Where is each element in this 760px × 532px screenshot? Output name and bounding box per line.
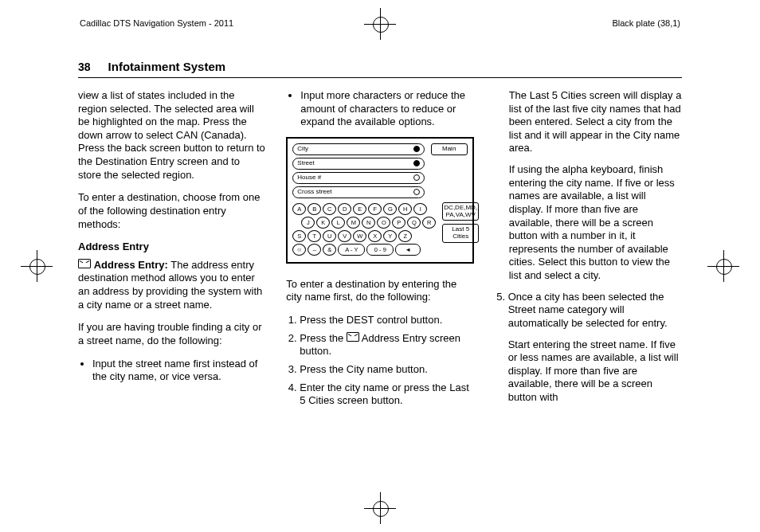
keyboard: A B C D E F G H I <box>292 203 436 257</box>
list-item: Once a city has been selected the Street… <box>508 291 682 405</box>
key: I <box>413 203 427 215</box>
key: Z <box>398 230 412 242</box>
keypad-figure: City Street House # Cross street Main A <box>286 137 473 264</box>
key: P <box>392 217 405 229</box>
list-item: Input more characters or reduce the amou… <box>300 89 473 129</box>
list-item: Input the street name first instead of t… <box>92 358 265 384</box>
subheading-address-entry: Address Entry <box>78 241 265 254</box>
key: F <box>368 203 382 215</box>
list-item: Press the DEST control button. <box>300 314 473 327</box>
key: L <box>331 217 345 229</box>
key: V <box>338 230 351 242</box>
key: C <box>323 203 336 215</box>
bullet-list: Input the street name first instead of t… <box>78 358 265 384</box>
button-region: DC,DE,MD, PA,VA,WV <box>442 202 479 221</box>
text: Once a city has been selected the Street… <box>508 291 668 329</box>
key: H <box>398 203 412 215</box>
input-fields: City Street House # Cross street <box>292 143 424 201</box>
key-smile-icon: ☺ <box>292 244 306 256</box>
paragraph: Address Entry: The address entry destina… <box>78 259 265 312</box>
column-3: The Last 5 Cities screen will display a … <box>495 89 682 416</box>
paragraph: view a list of states included in the re… <box>78 89 265 182</box>
key: K <box>316 217 330 229</box>
side-buttons-lower: DC,DE,MD, PA,VA,WV Last 5 Cities <box>442 201 479 257</box>
key-amp: & <box>323 244 336 256</box>
paragraph: If you are having trouble finding a city… <box>78 321 265 347</box>
paragraph: If using the alpha keyboard, finish ente… <box>509 163 682 283</box>
field-cross-street: Cross street <box>292 186 424 198</box>
key: D <box>338 203 351 215</box>
key: B <box>308 203 321 215</box>
paragraph: To enter a destination by entering the c… <box>286 278 473 304</box>
key: S <box>292 230 306 242</box>
button-main: Main <box>431 143 468 155</box>
key: Q <box>407 217 421 229</box>
kb-row-1: A B C D E F G H I <box>292 203 436 215</box>
column-2: Input more characters or reduce the amou… <box>286 89 473 416</box>
ordered-list: Once a city has been selected the Street… <box>495 291 682 405</box>
field-label: Cross street <box>297 188 331 196</box>
list-item: Enter the city name or press the Last 5 … <box>300 381 473 408</box>
crop-mark-left <box>21 250 53 282</box>
list-item: Press the City name button. <box>300 363 473 377</box>
label-address-entry: Address Entry: <box>94 259 168 271</box>
running-header-left: Cadillac DTS Navigation System - 2011 <box>80 18 233 29</box>
kb-row-2: J K L M N O P Q R <box>292 217 436 229</box>
key-a-y: A - Y <box>338 244 365 256</box>
key: A <box>292 203 306 215</box>
key: W <box>353 230 366 242</box>
key: G <box>383 203 397 215</box>
column-1: view a list of states included in the re… <box>78 89 265 416</box>
button-last5: Last 5 Cities <box>442 224 479 243</box>
key-0-9: 0 - 9 <box>366 244 394 256</box>
text: Press the <box>300 332 347 344</box>
columns: view a list of states included in the re… <box>78 89 682 416</box>
list-item: Press the Address Entry screen button. <box>300 332 473 358</box>
field-label: Street <box>297 159 314 167</box>
field-city: City <box>292 143 424 155</box>
page-header: 38 Infotainment System <box>78 59 682 78</box>
radio-filled-icon <box>413 146 420 152</box>
mail-icon <box>347 332 359 342</box>
radio-empty-icon <box>413 174 420 181</box>
paragraph: The Last 5 Cities screen will display a … <box>509 89 682 155</box>
field-label: City <box>297 145 308 153</box>
key: R <box>422 217 436 229</box>
kb-row-4: ☺ – & A - Y 0 - 9 ◄ <box>292 244 436 256</box>
key: J <box>301 217 315 229</box>
running-header-right: Black plate (38,1) <box>612 18 680 29</box>
page: Cadillac DTS Navigation System - 2011 Bl… <box>0 0 760 532</box>
key: O <box>377 217 390 229</box>
key: M <box>347 217 360 229</box>
side-buttons: Main <box>431 143 468 201</box>
continued-sublist: The Last 5 Cities screen will display a … <box>495 89 682 283</box>
key: T <box>308 230 321 242</box>
key: Y <box>383 230 397 242</box>
radio-filled-icon <box>413 160 420 166</box>
content: 38 Infotainment System view a list of st… <box>78 59 682 416</box>
key: E <box>353 203 366 215</box>
crop-mark-right <box>707 250 739 282</box>
field-label: House # <box>297 174 321 182</box>
radio-empty-icon <box>413 189 420 195</box>
mail-icon <box>78 259 91 268</box>
key-dash-icon: – <box>308 244 321 256</box>
key: X <box>368 230 382 242</box>
key: U <box>323 230 336 242</box>
field-street: Street <box>292 158 424 170</box>
page-number: 38 <box>78 61 91 75</box>
crop-mark-top <box>364 8 396 40</box>
paragraph: To enter a destination, choose from one … <box>78 191 265 231</box>
field-house: House # <box>292 172 424 184</box>
bullet-list: Input more characters or reduce the amou… <box>286 89 473 129</box>
key-back-icon: ◄ <box>395 244 421 256</box>
ordered-list: Press the DEST control button. Press the… <box>286 314 473 408</box>
page-title: Infotainment System <box>108 59 226 74</box>
key-spacer <box>292 217 300 227</box>
key: N <box>362 217 375 229</box>
crop-mark-bottom <box>364 492 396 524</box>
paragraph: Start entering the street name. If five … <box>508 338 682 405</box>
kb-row-3: S T U V W X Y Z <box>292 230 436 242</box>
